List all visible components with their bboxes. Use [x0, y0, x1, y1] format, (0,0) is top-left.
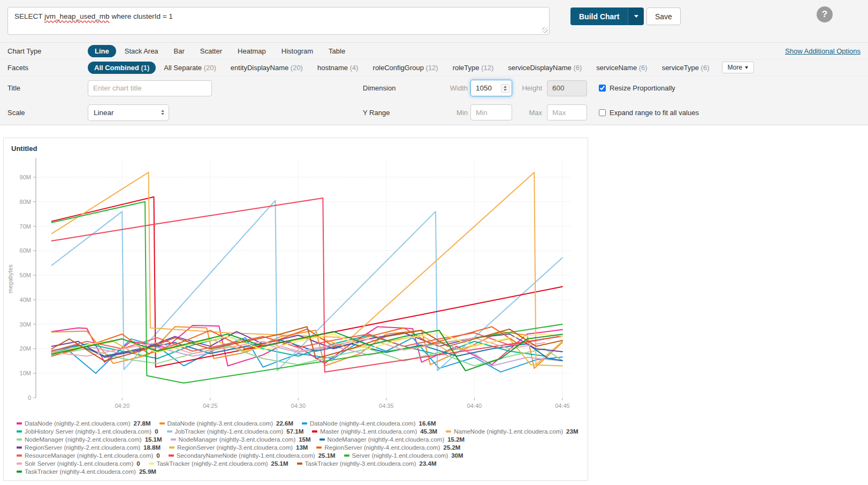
svg-text:70M: 70M	[20, 223, 31, 230]
chart-legend: DataNode (nightly-2.ent.cloudera.com)27.…	[17, 420, 581, 475]
legend-swatch-icon	[17, 454, 22, 457]
svg-text:30M: 30M	[20, 321, 31, 328]
width-input[interactable]: 1050	[470, 80, 512, 96]
legend-swatch-icon	[17, 438, 22, 441]
facets-label: Facets	[7, 64, 88, 72]
legend-swatch-icon	[17, 463, 22, 465]
facet-hostname[interactable]: hostname (4)	[311, 62, 365, 74]
query-text: SELECT	[14, 12, 44, 20]
legend-swatch-icon	[302, 422, 307, 425]
line-chart[interactable]: 010M20M30M40M50M60M70M80M90M04:2004:2504…	[6, 153, 587, 420]
legend-swatch-icon	[446, 430, 451, 433]
legend-series-value: 22.6M	[276, 420, 293, 427]
facet-roletype[interactable]: roleType (12)	[446, 62, 500, 74]
stepper-down-icon[interactable]	[504, 89, 507, 91]
chart-type-scatter[interactable]: Scatter	[193, 45, 229, 57]
legend-series-value: 18.8M	[143, 444, 161, 451]
svg-text:60M: 60M	[20, 247, 31, 254]
facet-all-combined[interactable]: All Combined (1)	[88, 62, 156, 74]
svg-text:40M: 40M	[20, 297, 31, 303]
legend-series-name: TaskTracker (nightly-2.ent.cloudera.com)	[157, 460, 268, 467]
help-icon[interactable]: ?	[817, 6, 833, 22]
min-label: Min	[438, 109, 468, 117]
legend-swatch-icon	[344, 454, 349, 457]
facet-roleconfiggroup[interactable]: roleConfigGroup (12)	[367, 62, 445, 74]
chart-type-line[interactable]: Line	[88, 45, 116, 57]
legend-series-value: 13M	[296, 444, 308, 451]
chart-type-histogram[interactable]: Histogram	[275, 45, 320, 57]
yrange-group: Y Range Min Max Expand range to fit all …	[363, 100, 699, 125]
legend-item: NodeManager (nightly-3.ent.cloudera.com)…	[171, 436, 311, 443]
legend-swatch-icon	[169, 454, 174, 457]
facet-servicetype[interactable]: serviceType (6)	[656, 62, 716, 74]
legend-series-name: NameNode (nightly-1.ent.cloudera.com)	[454, 428, 563, 435]
legend-series-name: DataNode (nightly-4.ent.cloudera.com)	[310, 420, 416, 427]
resize-checkbox[interactable]	[599, 85, 606, 92]
resize-grip-icon[interactable]	[542, 27, 548, 33]
width-label: Width	[438, 84, 468, 92]
legend-series-value: 57.1M	[286, 428, 303, 435]
facet-all-separate[interactable]: All Separate (20)	[157, 62, 223, 74]
scale-select[interactable]: Linear	[88, 104, 169, 121]
tsquery-input[interactable]: SELECT jvm_heap_used_mb where clusterId …	[7, 7, 550, 35]
legend-item: DataNode (nightly-2.ent.cloudera.com)27.…	[17, 420, 151, 427]
resize-proportionally-option: Resize Proportionally	[599, 84, 675, 92]
chart-type-table[interactable]: Table	[322, 45, 352, 57]
legend-item: Solr Server (nightly-1.ent.cloudera.com)…	[17, 460, 140, 467]
legend-series-name: RegionServer (nightly-3.ent.cloudera.com…	[177, 444, 293, 451]
build-chart-dropdown[interactable]	[628, 7, 644, 25]
show-additional-options-link[interactable]: Show Additional Options	[785, 47, 861, 55]
height-label: Height	[512, 84, 542, 92]
legend-item: TaskTracker (nightly-4.ent.cloudera.com)…	[17, 468, 156, 475]
legend-swatch-icon	[167, 430, 172, 433]
height-input	[547, 80, 587, 96]
build-chart-label[interactable]: Build Chart	[570, 7, 628, 25]
yrange-max-input[interactable]	[547, 104, 587, 120]
chart-type-stack-area[interactable]: Stack Area	[118, 45, 165, 57]
legend-series-value: 0	[155, 428, 158, 435]
select-arrows-icon	[161, 110, 164, 115]
chart-type-heatmap[interactable]: Heatmap	[231, 45, 273, 57]
legend-swatch-icon	[17, 422, 22, 425]
legend-series-name: DataNode (nightly-3.ent.cloudera.com)	[167, 420, 273, 427]
chart-title-input[interactable]	[88, 80, 212, 96]
legend-item: NodeManager (nightly-2.ent.cloudera.com)…	[17, 436, 162, 443]
legend-series-value: 25.9M	[139, 468, 156, 475]
legend-series-name: NodeManager (nightly-4.ent.cloudera.com)	[328, 436, 445, 443]
legend-swatch-icon	[149, 463, 154, 465]
svg-text:04:45: 04:45	[555, 403, 570, 409]
chart-type-bar[interactable]: Bar	[167, 45, 192, 57]
legend-series-name: ResourceManager (nightly-1.ent.cloudera.…	[25, 452, 153, 459]
facets-more-button[interactable]: More	[722, 62, 754, 73]
save-button[interactable]: Save	[646, 7, 681, 25]
legend-series-value: 30M	[451, 452, 463, 459]
legend-series-value: 15M	[299, 436, 310, 443]
legend-swatch-icon	[159, 422, 165, 425]
expand-range-option: Expand range to fit all values	[599, 109, 699, 117]
chevron-down-icon	[745, 66, 748, 69]
title-label: Title	[7, 84, 88, 92]
max-label: Max	[512, 109, 542, 117]
facet-servicedisplayname[interactable]: serviceDisplayName (6)	[501, 62, 588, 74]
facet-entitydisplayname[interactable]: entityDisplayName (20)	[224, 62, 309, 74]
build-chart-button[interactable]: Build Chart	[570, 7, 644, 25]
facet-servicename[interactable]: serviceName (6)	[590, 62, 653, 74]
query-toolbar: SELECT jvm_heap_used_mb where clusterId …	[0, 0, 868, 43]
svg-text:04:35: 04:35	[379, 403, 394, 409]
dimension-label: Dimension	[363, 84, 438, 92]
legend-item: SecondaryNameNode (nightly-1.ent.clouder…	[169, 452, 336, 459]
legend-series-value: 0	[136, 460, 140, 467]
width-stepper[interactable]	[501, 84, 509, 93]
legend-series-name: TaskTracker (nightly-4.ent.cloudera.com)	[25, 468, 136, 475]
scale-yrange-row: Scale Linear Y Range Min Max Expand rang…	[0, 100, 868, 125]
yrange-min-input[interactable]	[470, 104, 512, 120]
legend-item: RegionServer (nightly-4.ent.cloudera.com…	[316, 444, 460, 451]
query-metric-text: jvm_heap_used_mb	[44, 12, 110, 20]
legend-series-name: Master (nightly-1.ent.cloudera.com)	[320, 428, 417, 435]
svg-text:10M: 10M	[20, 370, 31, 376]
legend-series-name: RegionServer (nightly-4.ent.cloudera.com…	[324, 444, 440, 451]
legend-swatch-icon	[297, 463, 302, 465]
expand-checkbox[interactable]	[599, 109, 606, 116]
svg-text:90M: 90M	[20, 174, 31, 180]
stepper-up-icon[interactable]	[504, 86, 507, 88]
